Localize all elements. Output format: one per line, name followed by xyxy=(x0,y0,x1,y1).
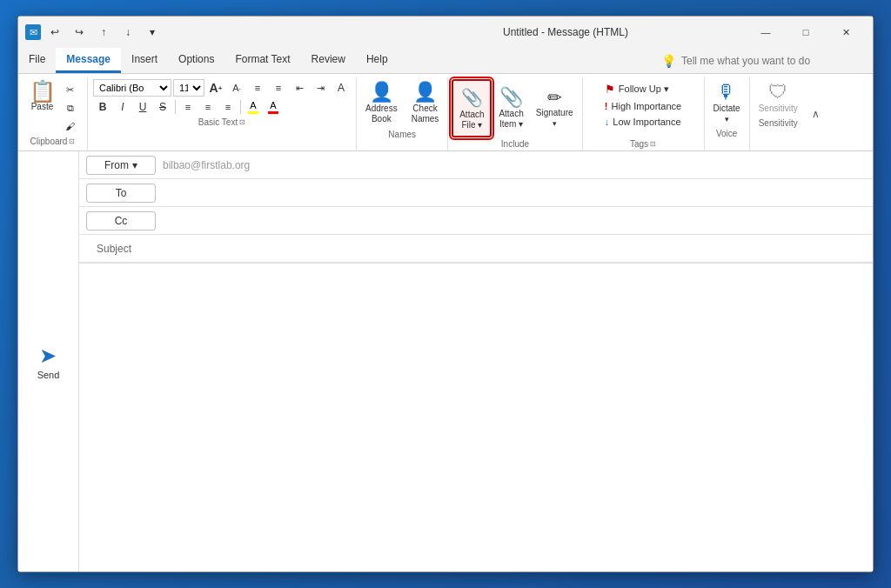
from-input[interactable] xyxy=(163,159,873,171)
low-importance-button[interactable]: ↓ Low Importance xyxy=(601,115,685,129)
tab-insert[interactable]: Insert xyxy=(121,48,168,73)
include-group: 📎 AttachFile ▾ 📎 AttachItem ▾ ✏ Signatur… xyxy=(448,77,582,150)
address-book-button[interactable]: 👤 AddressBook xyxy=(360,79,403,128)
font-color-button[interactable]: A xyxy=(264,98,283,116)
attach-item-label: AttachItem ▾ xyxy=(499,109,523,130)
signature-label: Signature xyxy=(536,108,573,117)
copy-button[interactable]: ⧉ xyxy=(61,99,80,117)
format-painter-button[interactable]: 🖌 xyxy=(61,117,80,135)
up-button[interactable]: ↑ xyxy=(93,22,114,43)
attach-file-button[interactable]: 📎 AttachFile ▾ xyxy=(452,79,492,137)
flag-icon: ⚑ xyxy=(605,83,615,96)
indent-increase-button[interactable]: ⇥ xyxy=(311,79,330,97)
font-shrink-button[interactable]: A- xyxy=(227,79,246,97)
ribbon-body: 📋 Paste ✂ ⧉ 🖌 Clipboard ⊡ xyxy=(18,74,873,150)
to-row: To xyxy=(79,179,873,207)
cc-row: Cc xyxy=(79,207,873,235)
tab-options[interactable]: Options xyxy=(168,48,224,73)
clipboard-group: 📋 Paste ✂ ⧉ 🖌 Clipboard ⊡ xyxy=(18,77,88,150)
include-group-label: Include xyxy=(452,137,578,150)
follow-up-button[interactable]: ⚑ Follow Up ▾ xyxy=(601,81,685,97)
font-grow-button[interactable]: A+ xyxy=(206,79,225,97)
clipboard-right: ✂ ⧉ 🖌 xyxy=(61,79,80,135)
to-button[interactable]: To xyxy=(86,184,156,203)
clear-format-button[interactable]: A xyxy=(332,79,351,97)
app-icon: ✉ xyxy=(25,24,41,40)
title-bar: ✉ ↩ ↪ ↑ ↓ ▾ Untitled - Message (HTML) — … xyxy=(18,17,873,48)
include-content: 📎 AttachFile ▾ 📎 AttachItem ▾ ✏ Signatur… xyxy=(452,79,578,137)
align-right-button[interactable]: ≡ xyxy=(218,98,238,116)
minimize-button[interactable]: — xyxy=(746,19,786,45)
from-button[interactable]: From ▾ xyxy=(86,156,156,175)
paste-label: Paste xyxy=(31,102,54,111)
attach-item-icon: 📎 xyxy=(499,88,523,107)
tab-format-text[interactable]: Format Text xyxy=(224,48,300,73)
paste-button[interactable]: 📋 Paste xyxy=(26,79,59,135)
basic-text-expand-icon[interactable]: ⊡ xyxy=(239,118,245,126)
undo-button[interactable]: ↩ xyxy=(44,22,65,43)
bullet-list-button[interactable]: ≡ xyxy=(248,79,267,97)
bulb-icon: 💡 xyxy=(661,54,676,68)
tab-file[interactable]: File xyxy=(18,48,56,73)
address-book-icon: 👤 xyxy=(370,83,393,102)
to-input[interactable] xyxy=(163,187,873,199)
strikethrough-button[interactable]: S xyxy=(153,98,172,116)
tab-help[interactable]: Help xyxy=(356,48,399,73)
signature-button[interactable]: ✏ Signature ▾ xyxy=(531,79,579,137)
sensitivity-button[interactable]: 🛡 Sensitivity xyxy=(754,79,803,117)
cut-button[interactable]: ✂ xyxy=(61,81,80,98)
send-button[interactable]: ➤ Send xyxy=(32,338,65,385)
font-row: Calibri (Bo 11 A+ A- ≡ ≡ ⇤ ⇥ A xyxy=(93,79,351,97)
address-book-label: AddressBook xyxy=(365,104,398,124)
font-color-bar xyxy=(268,111,278,114)
number-list-button[interactable]: ≡ xyxy=(269,79,288,97)
send-button-area: ➤ Send xyxy=(18,151,79,571)
close-button[interactable]: ✕ xyxy=(826,19,866,45)
align-center-button[interactable]: ≡ xyxy=(198,98,218,116)
font-family-select[interactable]: Calibri (Bo xyxy=(93,79,171,97)
high-importance-label: High Importance xyxy=(612,101,682,111)
highlight-button[interactable]: A xyxy=(244,98,263,116)
underline-button[interactable]: U xyxy=(133,98,152,116)
cc-button[interactable]: Cc xyxy=(86,211,156,231)
italic-button[interactable]: I xyxy=(113,98,132,116)
tell-me-input[interactable] xyxy=(681,55,838,67)
subject-input[interactable] xyxy=(149,243,873,255)
sensitivity-label: Sensitivity xyxy=(759,104,798,113)
tags-expand-icon[interactable]: ⊡ xyxy=(650,140,656,148)
tell-me-section: 💡 xyxy=(661,48,873,73)
redo-button[interactable]: ↪ xyxy=(69,22,90,43)
high-importance-button[interactable]: ! High Importance xyxy=(601,99,685,113)
format-row: B I U S ≡ ≡ ≡ A A xyxy=(93,98,283,116)
basic-text-group-label: Basic Text ⊡ xyxy=(93,116,351,129)
clipboard-expand-icon[interactable]: ⊡ xyxy=(69,137,75,145)
send-icon: ➤ xyxy=(39,344,57,368)
indent-decrease-button[interactable]: ⇤ xyxy=(290,79,309,97)
tags-group: ⚑ Follow Up ▾ ! High Importance ↓ Low Im… xyxy=(583,77,705,150)
cc-input[interactable] xyxy=(163,215,873,227)
ribbon-collapse-button[interactable]: ∧ xyxy=(807,77,825,150)
customize-qat-button[interactable]: ▾ xyxy=(142,22,163,43)
paste-icon: 📋 xyxy=(30,81,56,102)
basic-text-group: Calibri (Bo 11 A+ A- ≡ ≡ ⇤ ⇥ A B I U xyxy=(88,77,357,150)
dictate-button[interactable]: 🎙 Dictate ▾ xyxy=(708,79,746,127)
down-button[interactable]: ↓ xyxy=(117,22,138,43)
sensitivity-icon: 🛡 xyxy=(768,83,787,102)
font-size-select[interactable]: 11 xyxy=(173,79,204,97)
message-body[interactable] xyxy=(79,263,873,571)
sensitivity-group: 🛡 Sensitivity Sensitivity xyxy=(750,77,807,150)
window-controls: — □ ✕ xyxy=(746,19,866,45)
to-label: To xyxy=(116,187,127,199)
check-names-button[interactable]: 👤 CheckNames xyxy=(406,79,445,128)
tab-review[interactable]: Review xyxy=(301,48,356,73)
tab-message[interactable]: Message xyxy=(56,48,121,73)
bold-button[interactable]: B xyxy=(93,98,112,116)
from-row: From ▾ xyxy=(79,151,873,179)
send-label: Send xyxy=(37,370,60,380)
voice-group-label: Voice xyxy=(708,127,746,140)
sensitivity-group-label: Sensitivity xyxy=(754,117,803,130)
low-importance-label: Low Importance xyxy=(613,117,680,127)
align-left-button[interactable]: ≡ xyxy=(178,98,198,116)
attach-item-button[interactable]: 📎 AttachItem ▾ xyxy=(493,79,528,137)
maximize-button[interactable]: □ xyxy=(786,19,826,45)
